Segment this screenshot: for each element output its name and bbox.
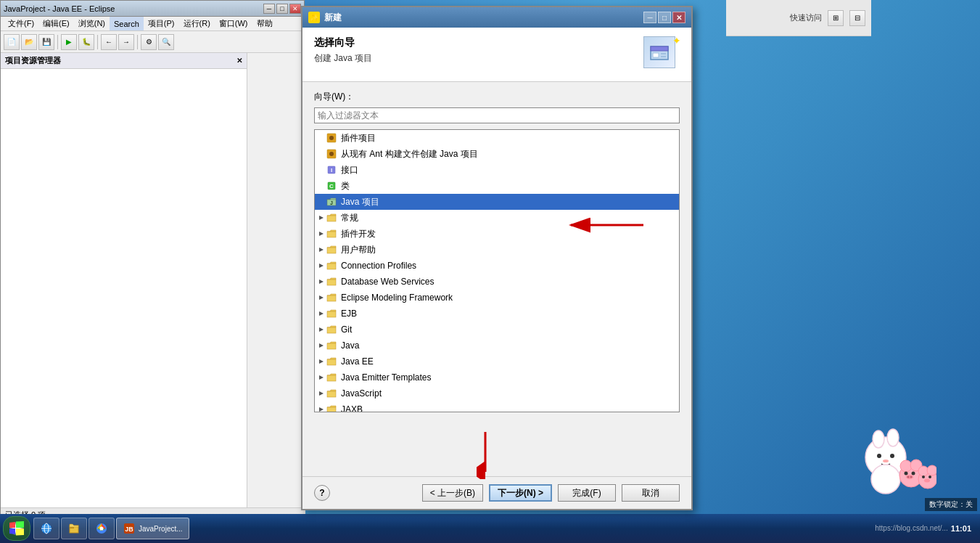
svg-marker-17: [319, 232, 324, 236]
tree-list[interactable]: 插件项目从现有 Ant 构建文件创建 Java 项目I接口C类JJava 项目常…: [314, 129, 680, 412]
svg-text:I: I: [331, 167, 332, 173]
tree-list-item[interactable]: Java Emitter Templates: [315, 370, 679, 385]
dialog-titlebar: ✨ 新建 ─ □ ✕: [302, 7, 691, 28]
tree-list-item[interactable]: Java: [315, 338, 679, 354]
tree-expand-icon[interactable]: [318, 326, 325, 333]
tree-list-item[interactable]: Database Web Services: [315, 274, 679, 290]
tree-item-label: 从现有 Ant 构建文件创建 Java 项目: [341, 148, 478, 160]
tree-item-icon: [326, 356, 338, 367]
tree-expand-icon[interactable]: [318, 230, 325, 237]
wizard-label: 向导(W)：: [314, 91, 680, 103]
svg-rect-32: [327, 343, 336, 349]
tree-item-icon: [326, 292, 338, 303]
dialog-overlay: ✨ 新建 ─ □ ✕ 选择向导 创建 Java 项目: [0, 0, 980, 543]
tree-expand-icon[interactable]: [318, 278, 325, 285]
tree-expand-icon[interactable]: [318, 262, 325, 269]
tree-expand-icon[interactable]: [318, 214, 325, 221]
tree-list-item[interactable]: JJava 项目: [315, 194, 679, 210]
tree-expand-icon[interactable]: [318, 342, 325, 349]
tree-expand-icon[interactable]: [318, 310, 325, 317]
tree-item-label: Connection Profiles: [341, 261, 416, 271]
tree-item-icon: [326, 276, 338, 287]
tree-item-label: JAXB: [341, 404, 363, 412]
tree-item-label: 接口: [341, 164, 358, 176]
dialog-header: 选择向导 创建 Java 项目 ✦: [302, 28, 691, 82]
tree-list-item[interactable]: Connection Profiles: [315, 258, 679, 274]
tree-item-label: Java Emitter Templates: [341, 372, 432, 383]
svg-rect-34: [327, 359, 336, 365]
tree-expand-icon[interactable]: [318, 406, 325, 412]
tree-item-icon: [326, 404, 338, 412]
svg-marker-35: [319, 375, 324, 380]
tree-item-icon: [326, 372, 338, 383]
tree-expand-icon[interactable]: [318, 358, 325, 365]
dialog-header-title: 选择向导: [314, 36, 643, 49]
svg-text:C: C: [329, 183, 334, 189]
dialog-maximize-btn[interactable]: □: [658, 12, 671, 23]
tree-expand-icon[interactable]: [318, 390, 325, 397]
tree-list-item[interactable]: 用户帮助: [315, 242, 679, 258]
tree-item-label: Java 项目: [341, 196, 379, 208]
tree-item-icon: [326, 132, 338, 144]
next-button[interactable]: 下一步(N) >: [489, 484, 552, 502]
tree-list-item[interactable]: Java EE: [315, 354, 679, 370]
tree-list-item[interactable]: EJB: [315, 306, 679, 322]
wizard-icon: [643, 36, 675, 68]
cancel-button[interactable]: 取消: [622, 484, 680, 502]
svg-marker-37: [319, 391, 324, 396]
help-button[interactable]: ?: [314, 485, 330, 501]
svg-rect-4: [661, 56, 666, 57]
tree-item-icon: [326, 324, 338, 335]
svg-marker-39: [319, 407, 324, 412]
svg-marker-31: [319, 343, 324, 348]
svg-rect-30: [327, 327, 336, 333]
tree-item-icon: [326, 340, 338, 351]
tree-item-label: 类: [341, 180, 350, 192]
tree-list-item[interactable]: JAXB: [315, 401, 679, 412]
tree-item-label: Eclipse Modeling Framework: [341, 293, 453, 303]
tree-item-icon: [326, 148, 338, 160]
dialog-close-btn[interactable]: ✕: [672, 12, 685, 23]
desktop: JavaProject - Java EE - Eclipse ─ □ ✕ 文件…: [0, 0, 980, 543]
svg-marker-33: [319, 359, 324, 364]
svg-rect-2: [653, 53, 659, 57]
tree-list-item[interactable]: Git: [315, 322, 679, 338]
tree-list-item[interactable]: Eclipse Modeling Framework: [315, 290, 679, 306]
dialog-footer: ? < 上一步(B) 下一步(N) > 完成(F) 取消: [302, 476, 691, 509]
svg-rect-22: [327, 264, 336, 269]
svg-marker-27: [319, 311, 324, 316]
tree-list-item[interactable]: I接口: [315, 162, 679, 178]
tree-item-icon: C: [326, 180, 338, 192]
svg-marker-23: [319, 279, 324, 284]
wizard-star: ✦: [672, 35, 681, 46]
back-button[interactable]: < 上一步(B): [422, 484, 483, 502]
finish-button[interactable]: 完成(F): [558, 484, 616, 502]
tree-expand-icon[interactable]: [318, 294, 325, 301]
annotation-arrow-down: [477, 428, 494, 481]
tree-list-item[interactable]: 从现有 Ant 构建文件创建 Java 项目: [315, 146, 679, 162]
dialog-title-icon: ✨: [308, 12, 320, 23]
tree-list-item[interactable]: JavaScript: [315, 385, 679, 401]
dialog-minimize-btn[interactable]: ─: [643, 12, 656, 23]
tree-item-label: 插件开发: [341, 228, 376, 240]
tree-item-label: 插件项目: [341, 132, 376, 144]
svg-point-6: [329, 136, 334, 140]
tree-item-label: Git: [341, 324, 352, 335]
tree-list-item[interactable]: 插件项目: [315, 130, 679, 146]
svg-marker-21: [319, 264, 324, 268]
svg-rect-36: [327, 375, 336, 381]
filter-input[interactable]: [314, 107, 680, 123]
svg-rect-18: [327, 232, 336, 237]
tree-item-icon: [326, 260, 338, 272]
svg-rect-40: [327, 407, 336, 412]
new-dialog: ✨ 新建 ─ □ ✕ 选择向导 创建 Java 项目: [301, 6, 693, 510]
tree-item-label: JavaScript: [341, 388, 382, 399]
tree-expand-icon[interactable]: [318, 374, 325, 381]
tree-item-icon: [326, 308, 338, 319]
tree-item-icon: [326, 212, 338, 224]
tree-item-icon: [326, 388, 338, 399]
tree-list-item[interactable]: C类: [315, 178, 679, 194]
tree-item-icon: [326, 228, 338, 240]
tree-expand-icon[interactable]: [318, 246, 325, 253]
svg-rect-20: [327, 248, 336, 253]
